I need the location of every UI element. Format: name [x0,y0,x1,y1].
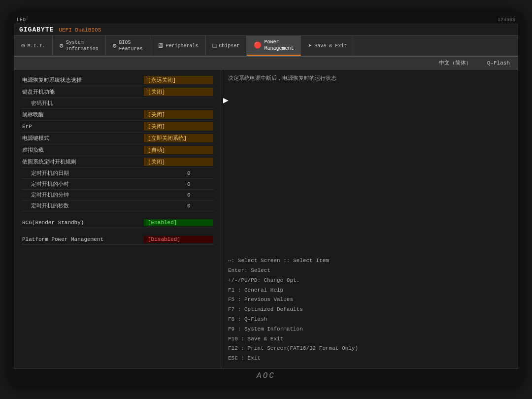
setting-value-4: [关闭] [144,122,213,131]
setting-value-1: [关闭] [144,88,213,96]
sub-tab-chinese[interactable]: 中文（简体） [436,58,474,67]
setting-row-11[interactable]: 定时开机的秒数 0 [21,200,214,211]
key-help-3: F1 : General Help [228,286,511,296]
led-label: LED [17,17,26,23]
key-help-6: F8 : Q-Flash [228,315,511,325]
key-help-1: Enter: Select [228,266,511,276]
setting-row-ppm[interactable]: Platform Power Management [Disabled] [21,234,214,245]
tab-bar: ⊙ M.I.T. ⚙ SystemInformation ⚙ BIOSFeatu… [14,36,518,57]
exit-icon: ➤ [308,42,312,50]
setting-label-7: 依照系统定时开机规则 [22,158,76,166]
key-help-5: F7 : Optimized Defaults [228,305,511,315]
setting-label-0: 电源恢复时系统状态选择 [22,76,82,84]
setting-value-ppm: [Disabled] [144,236,213,243]
setting-row-6[interactable]: 虚拟负载 [自动] [21,144,214,156]
setting-value-5: [立即关闭系统] [144,134,213,142]
key-help-0: ↔: Select Screen ↕: Select Item [228,256,511,266]
setting-value-6: [自动] [144,146,213,154]
setting-label-10: 定时开机的分钟 [22,191,69,199]
setting-value-3: [关闭] [144,110,213,119]
bios-features-icon: ⚙ [113,42,117,50]
setting-label-4: ErP [22,124,32,130]
setting-row-10[interactable]: 定时开机的分钟 0 [21,190,214,200]
key-help-8: F10 : Save & Exit [228,334,511,344]
setting-value-8: 0 [183,170,213,177]
monitor-bottom: AOC [14,369,518,383]
setting-row-3[interactable]: 鼠标唤醒 [关闭] [21,109,214,121]
key-help-7: F9 : System Information [228,325,511,334]
bios-header: GIGABYTE UEFI DualBIOS [14,24,518,36]
cursor-indicator: ▶ [223,95,511,105]
key-help-10: ESC : Exit [228,354,511,364]
bios-brand-sub: UEFI DualBIOS [59,27,101,33]
bios-brand: GIGABYTE [19,26,54,33]
setting-value-0: [永远关闭] [144,76,213,84]
peripherals-icon: 🖥 [157,42,164,50]
tab-power[interactable]: 🔴 PowerManagement [247,36,301,56]
setting-label-6: 虚拟负载 [22,146,44,154]
setting-row-7[interactable]: 依照系统定时开机规则 [关闭] [21,156,214,168]
setting-label-1: 键盘开机功能 [22,88,55,96]
setting-value-9: 0 [183,181,213,188]
tab-power-label: PowerManagement [264,39,294,52]
tab-bios-features[interactable]: ⚙ BIOSFeatures [106,36,150,56]
sub-tab-qflash[interactable]: Q-Flash [484,59,513,67]
setting-row-rc6[interactable]: RC6(Render Standby) [Enabled] [21,217,214,228]
tab-exit[interactable]: ➤ Save & Exit [301,36,354,56]
help-description: 决定系统电源中断后，电源恢复时的运行状态 [228,74,511,83]
setting-value-10: 0 [183,192,213,199]
aoc-brand: AOC [257,371,275,380]
tab-exit-label: Save & Exit [314,43,347,49]
setting-label-11: 定时开机的秒数 [22,202,69,209]
key-help-4: F5 : Previous Values [228,295,511,305]
bios-help-panel: 决定系统电源中断后，电源恢复时的运行状态 ▶ ↔: Select Screen … [221,69,518,368]
setting-label-3: 鼠标唤醒 [22,111,44,118]
tab-mit-label: M.I.T. [28,43,45,49]
power-icon: 🔴 [254,41,262,49]
tab-chipset[interactable]: □ Chipset [206,36,247,56]
spacer-1 [21,211,214,217]
setting-row-0[interactable]: 电源恢复时系统状态选择 [永远关闭] [21,74,214,86]
bios-settings-panel: 电源恢复时系统状态选择 [永远关闭] 键盘开机功能 [关闭] 密码开机 鼠标唤醒… [14,69,221,368]
mit-icon: ⊙ [21,42,25,50]
setting-label-ppm: Platform Power Management [22,236,103,242]
setting-row-9[interactable]: 定时开机的小时 0 [21,179,214,190]
key-help-section: ↔: Select Screen ↕: Select Item Enter: S… [228,256,511,364]
tab-bios-features-label: BIOSFeatures [119,39,143,52]
sub-tab-bar: 中文（简体） Q-Flash [14,57,518,69]
bios-content: 电源恢复时系统状态选择 [永远关闭] 键盘开机功能 [关闭] 密码开机 鼠标唤醒… [14,69,518,368]
monitor: LED I2360S GIGABYTE UEFI DualBIOS ⊙ M.I.… [10,12,522,387]
key-help-9: F12 : Print Screen(FAT16/32 Format Only) [228,344,511,354]
setting-value-11: 0 [183,202,213,209]
screen-model: I2360S [498,17,515,23]
setting-row-2[interactable]: 密码开机 [21,98,214,109]
tab-sysinfo-label: SystemInformation [66,39,99,52]
monitor-top-bar: LED I2360S [14,16,518,24]
monitor-screen: GIGABYTE UEFI DualBIOS ⊙ M.I.T. ⚙ System… [14,24,518,369]
setting-value-rc6: [Enabled] [144,219,213,226]
setting-value-7: [关闭] [144,158,213,166]
tab-mit[interactable]: ⊙ M.I.T. [14,36,53,56]
setting-row-8[interactable]: 定时开机的日期 0 [21,168,214,179]
setting-label-2: 密码开机 [22,100,53,107]
setting-label-5: 电源键模式 [22,134,49,142]
setting-row-4[interactable]: ErP [关闭] [21,121,214,133]
setting-value-2 [183,103,213,104]
setting-label-8: 定时开机的日期 [22,169,69,177]
sysinfo-icon: ⚙ [60,42,64,50]
setting-label-9: 定时开机的小时 [22,180,69,188]
setting-label-rc6: RC6(Render Standby) [22,220,84,226]
tab-chipset-label: Chipset [219,43,239,49]
setting-row-5[interactable]: 电源键模式 [立即关闭系统] [21,133,214,144]
tab-peripherals[interactable]: 🖥 Peripherals [150,36,206,56]
tab-sysinfo[interactable]: ⚙ SystemInformation [53,36,106,56]
key-help-2: +/-/PU/PD: Change Opt. [228,276,511,286]
tab-peripherals-label: Peripherals [166,43,199,49]
spacer-2 [21,228,214,234]
chipset-icon: □ [213,42,217,50]
setting-row-1[interactable]: 键盘开机功能 [关闭] [21,86,214,98]
